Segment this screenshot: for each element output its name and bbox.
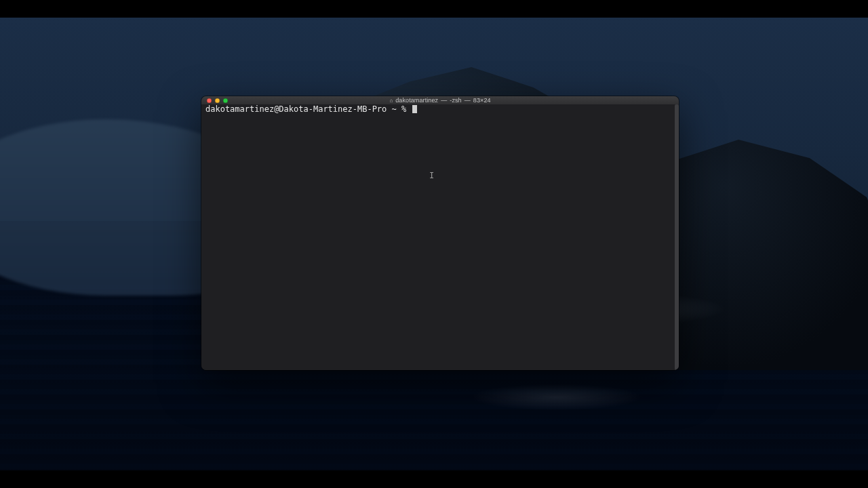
window-title-process: -zsh: [450, 97, 461, 104]
home-icon: ⌂: [389, 98, 393, 104]
terminal-cursor: [412, 105, 417, 113]
letterbox-top: [0, 0, 868, 18]
window-minimize-button[interactable]: [215, 98, 220, 103]
window-title-size: 83×24: [473, 97, 491, 104]
text-caret-icon: I: [429, 171, 434, 180]
terminal-body[interactable]: dakotamartinez@Dakota-Martinez-MB-Pro ~ …: [201, 104, 679, 370]
window-title-sep1: —: [441, 97, 447, 104]
window-close-button[interactable]: [207, 98, 212, 103]
window-title-sep2: —: [465, 97, 471, 104]
window-title-folder: dakotamartinez: [395, 97, 438, 104]
window-zoom-button[interactable]: [223, 98, 228, 103]
terminal-prompt: dakotamartinez@Dakota-Martinez-MB-Pro ~ …: [205, 104, 411, 114]
desktop-wallpaper: ⌂ dakotamartinez — -zsh — 83×24 dakotama…: [0, 18, 868, 470]
terminal-prompt-line: dakotamartinez@Dakota-Martinez-MB-Pro ~ …: [205, 104, 675, 114]
terminal-scrollbar-thumb[interactable]: [675, 104, 679, 370]
terminal-scrollbar[interactable]: [675, 104, 679, 370]
letterbox-bottom: [0, 470, 868, 488]
terminal-window[interactable]: ⌂ dakotamartinez — -zsh — 83×24 dakotama…: [201, 96, 679, 370]
window-title: ⌂ dakotamartinez — -zsh — 83×24: [201, 96, 679, 104]
